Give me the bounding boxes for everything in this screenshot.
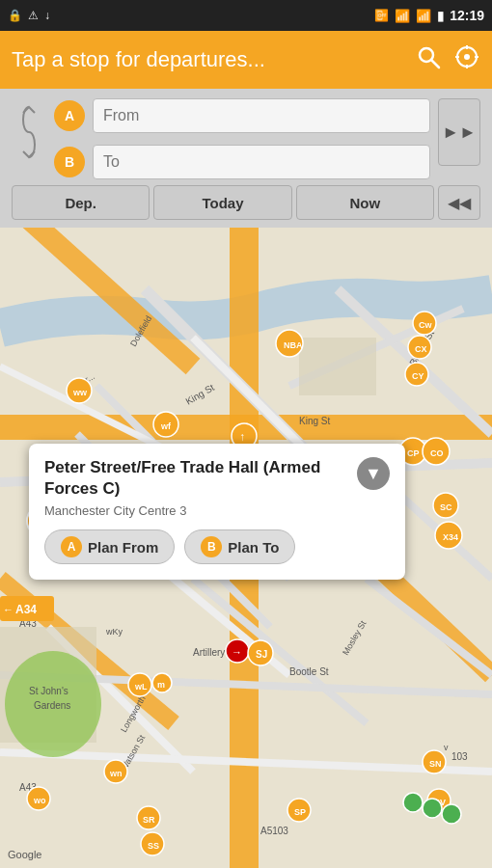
svg-text:Cw: Cw [419, 320, 432, 330]
svg-text:←: ← [3, 604, 14, 615]
svg-text:Gardens: Gardens [34, 700, 70, 711]
google-text: Google [8, 849, 41, 860]
popup-title: Peter Street/Free Trade Hall (Armed Forc… [44, 457, 349, 500]
today-button[interactable]: Today [153, 185, 291, 220]
svg-text:ww: ww [72, 388, 88, 397]
svg-text:m: m [157, 680, 165, 690]
usb-icon: 🔒 [8, 9, 22, 22]
plan-from-text: Plan From [88, 539, 158, 556]
svg-text:SR: SR [143, 815, 155, 825]
swap-button[interactable] [12, 98, 46, 166]
forward-button[interactable]: ►► [438, 98, 480, 166]
svg-text:SC: SC [440, 502, 452, 512]
to-row: B [54, 145, 430, 179]
svg-text:SJ: SJ [256, 649, 267, 660]
no-sim-icon: 📴 [374, 9, 389, 22]
popup-close-button[interactable]: ▼ [357, 457, 390, 490]
svg-point-83 [423, 799, 442, 818]
svg-text:SN: SN [429, 759, 442, 769]
svg-text:↑: ↑ [239, 430, 245, 444]
chevron-down-icon: ▼ [365, 464, 382, 484]
svg-text:SP: SP [294, 807, 306, 817]
popup-subtitle: Manchester City Centre 3 [44, 503, 390, 518]
page-title: Tap a stop for departures... [12, 47, 415, 72]
download-icon: ↓ [44, 9, 50, 22]
route-bottom-row: Dep. Today Now ◀◀ [12, 185, 480, 228]
search-icon[interactable] [415, 43, 442, 77]
plan-from-button[interactable]: A Plan From [44, 529, 175, 564]
svg-point-82 [403, 793, 423, 812]
plan-from-label: A [61, 536, 82, 557]
from-label-button[interactable]: A [54, 100, 85, 131]
time-display: 12:19 [450, 8, 484, 23]
svg-text:wL: wL [134, 682, 148, 692]
svg-text:A5103: A5103 [260, 826, 288, 836]
signal-icon: 📶 [416, 9, 431, 23]
route-inputs: A B [54, 98, 430, 185]
popup-header: Peter Street/Free Trade Hall (Armed Forc… [44, 457, 390, 500]
svg-rect-12 [299, 338, 376, 395]
plan-to-label: B [201, 536, 222, 557]
status-left-icons: 🔒 ⚠ ↓ [8, 9, 50, 22]
svg-text:CO: CO [430, 448, 444, 458]
svg-text:SS: SS [148, 841, 159, 851]
popup-actions: A Plan From B Plan To [44, 529, 390, 564]
svg-text:103: 103 [451, 751, 468, 762]
svg-text:X34: X34 [443, 532, 458, 542]
route-planner: A B ►► Dep. Today Now ◀◀ [0, 89, 492, 228]
status-right-icons: 📴 📶 📶 ▮ 12:19 [374, 8, 484, 23]
from-row: A [54, 98, 430, 133]
top-bar: Tap a stop for departures... [0, 31, 492, 89]
to-input[interactable] [93, 145, 430, 179]
svg-text:Bootle St: Bootle St [289, 666, 329, 677]
svg-text:CX: CX [415, 344, 427, 354]
svg-text:wn: wn [109, 769, 123, 778]
svg-text:wKy: wKy [105, 627, 123, 637]
svg-text:CY: CY [412, 371, 424, 381]
top-bar-icons [415, 43, 480, 77]
back-icon: ◀◀ [448, 194, 471, 212]
battery-icon: ▮ [437, 9, 444, 23]
svg-point-84 [442, 804, 461, 824]
to-label-button[interactable]: B [54, 147, 85, 177]
status-bar: 🔒 ⚠ ↓ 📴 📶 📶 ▮ 12:19 [0, 0, 492, 31]
plan-to-button[interactable]: B Plan To [184, 529, 295, 564]
svg-text:wf: wf [160, 421, 172, 431]
svg-text:St John's: St John's [29, 686, 68, 696]
dep-button[interactable]: Dep. [12, 185, 150, 220]
from-input[interactable] [93, 98, 430, 133]
stop-popup: Peter Street/Free Trade Hall (Armed Forc… [29, 444, 405, 580]
svg-text:CP: CP [407, 448, 420, 458]
svg-text:→: → [232, 646, 242, 658]
svg-text:NBA: NBA [284, 340, 303, 350]
google-watermark: Google [8, 849, 41, 860]
svg-text:wo: wo [33, 796, 46, 805]
svg-text:v: v [444, 743, 449, 752]
svg-point-3 [464, 54, 470, 60]
svg-text:King St: King St [299, 416, 330, 426]
wifi-icon: 📶 [395, 9, 410, 23]
location-icon[interactable] [453, 43, 480, 77]
plan-to-text: Plan To [228, 539, 279, 556]
alert-icon: ⚠ [28, 9, 39, 22]
back-button[interactable]: ◀◀ [438, 185, 480, 220]
forward-icon: ►► [442, 122, 477, 143]
svg-line-1 [431, 60, 439, 68]
svg-text:A34: A34 [15, 603, 37, 616]
now-button[interactable]: Now [296, 185, 434, 220]
